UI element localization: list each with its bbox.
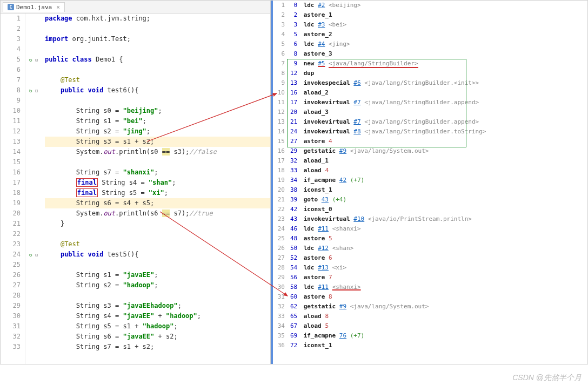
- code-line[interactable]: @Test: [45, 239, 270, 249]
- bytecode-line[interactable]: 32 aload_1: [290, 156, 587, 166]
- code-line[interactable]: String s3 = s1 + s2;: [45, 137, 270, 147]
- file-tab[interactable]: Demo1.java ×: [3, 2, 65, 12]
- source-panel: Demo1.java × 123456789101112131415161718…: [1, 1, 271, 364]
- bytecode-line-gutter: 1234567891011121314151617181920212223242…: [273, 1, 288, 364]
- code-line[interactable]: String s4 = "javaEE" + "hadoop";: [45, 311, 270, 321]
- bytecode-line[interactable]: 24 invokevirtual #8 <java/lang/StringBui…: [290, 127, 587, 137]
- bytecode-line[interactable]: 33 aload 4: [290, 166, 587, 175]
- code-line[interactable]: String s6 = "javaEE" + s2;: [45, 332, 270, 342]
- code-line[interactable]: final String s4 = "shan";: [45, 178, 270, 188]
- bytecode-line[interactable]: 60 astore 8: [290, 292, 587, 302]
- code-line[interactable]: [45, 96, 270, 106]
- bytecode-line[interactable]: 2 astore_1: [290, 10, 587, 20]
- code-line[interactable]: @Test: [45, 75, 270, 85]
- bytecode-line[interactable]: 58 ldc #11 <shanxi>: [290, 282, 587, 292]
- bytecode-line[interactable]: 50 ldc #12 <shan>: [290, 244, 587, 253]
- source-code-area[interactable]: package com.hxt.jvm.string;import org.ju…: [42, 13, 270, 364]
- bytecode-line[interactable]: 6 ldc #4 <jing>: [290, 39, 587, 49]
- bytecode-line[interactable]: 3 ldc #3 <bei>: [290, 20, 587, 30]
- code-line[interactable]: [45, 65, 270, 75]
- bytecode-line[interactable]: 8 astore_3: [290, 49, 587, 59]
- code-line[interactable]: String s7 = s1 + s2;: [45, 342, 270, 352]
- code-line[interactable]: String s2 = "jing";: [45, 126, 270, 137]
- gutter-markers: ↻ ⊟↻ ⊟↻ ⊟: [25, 13, 42, 364]
- bytecode-line[interactable]: 13 invokespecial #6 <java/lang/StringBui…: [290, 78, 587, 88]
- code-line[interactable]: [45, 24, 270, 34]
- bytecode-viewer[interactable]: 1234567891011121314151617181920212223242…: [271, 1, 587, 364]
- code-line[interactable]: final String s5 = "xi";: [45, 188, 270, 198]
- code-line[interactable]: String s3 = "javaEEhadoop";: [45, 301, 270, 311]
- bytecode-panel: 1234567891011121314151617181920212223242…: [271, 1, 587, 364]
- bytecode-line[interactable]: 38 iconst_1: [290, 185, 587, 195]
- bytecode-line[interactable]: 5 astore_2: [290, 30, 587, 39]
- bytecode-line[interactable]: 43 invokevirtual #10 <java/io/PrintStrea…: [290, 214, 587, 224]
- bytecode-line[interactable]: 9 new #5 <java/lang/StringBuilder>: [290, 59, 587, 69]
- code-line[interactable]: package com.hxt.jvm.string;: [45, 13, 270, 24]
- bytecode-line[interactable]: 17 invokevirtual #7 <java/lang/StringBui…: [290, 98, 587, 107]
- close-icon[interactable]: ×: [56, 4, 60, 11]
- bytecode-line[interactable]: 56 astore 7: [290, 273, 587, 282]
- source-editor[interactable]: 1234567891011121314151617181920212223242…: [1, 13, 270, 364]
- bytecode-line[interactable]: 69 if_acmpne 76 (+7): [290, 331, 587, 341]
- bytecode-line[interactable]: 20 aload_3: [290, 107, 587, 117]
- code-line[interactable]: public void test5(){: [45, 249, 270, 260]
- code-line[interactable]: System.out.println(s0 == s3);//false: [45, 147, 270, 157]
- code-line[interactable]: String s1 = "bei";: [45, 116, 270, 126]
- code-line[interactable]: [45, 260, 270, 270]
- code-line[interactable]: [45, 157, 270, 167]
- code-line[interactable]: [45, 44, 270, 55]
- code-line[interactable]: import org.junit.Test;: [45, 34, 270, 44]
- bytecode-line[interactable]: 34 if_acmpne 42 (+7): [290, 175, 587, 185]
- fold-icon[interactable]: ⊟: [32, 88, 38, 93]
- code-line[interactable]: public class Demo1 {: [45, 55, 270, 65]
- bytecode-line[interactable]: 72 iconst_1: [290, 341, 587, 350]
- java-class-icon: [8, 4, 14, 10]
- bytecode-line[interactable]: 62 getstatic #9 <java/lang/System.out>: [290, 302, 587, 312]
- tab-filename: Demo1.java: [16, 4, 52, 11]
- bytecode-area[interactable]: 0 ldc #2 <beijing> 2 astore_1 3 ldc #3 <…: [288, 1, 587, 364]
- code-line[interactable]: [45, 291, 270, 301]
- code-line[interactable]: String s5 = s1 + "hadoop";: [45, 321, 270, 332]
- ide-container: Demo1.java × 123456789101112131415161718…: [0, 0, 588, 364]
- code-line[interactable]: String s6 = s4 + s5;: [45, 198, 270, 208]
- bytecode-line[interactable]: 39 goto 43 (+4): [290, 195, 587, 205]
- bytecode-line[interactable]: 42 iconst_0: [290, 205, 587, 214]
- bytecode-line[interactable]: 46 ldc #11 <shanxi>: [290, 224, 587, 234]
- bytecode-line[interactable]: 21 invokevirtual #7 <java/lang/StringBui…: [290, 117, 587, 127]
- code-line[interactable]: public void test6(){: [45, 85, 270, 96]
- code-line[interactable]: String s1 = "javaEE";: [45, 270, 270, 280]
- bytecode-line[interactable]: 16 aload_2: [290, 88, 587, 98]
- code-line[interactable]: String s7 = "shanxi";: [45, 167, 270, 178]
- fold-icon[interactable]: ⊟: [32, 57, 38, 63]
- bytecode-line[interactable]: 27 astore 4: [290, 137, 587, 146]
- code-line[interactable]: String s2 = "hadoop";: [45, 280, 270, 291]
- bytecode-line[interactable]: 0 ldc #2 <beijing>: [290, 1, 587, 10]
- code-line[interactable]: String s0 = "beijing";: [45, 106, 270, 116]
- code-line[interactable]: [45, 229, 270, 239]
- line-number-gutter: 1234567891011121314151617181920212223242…: [1, 13, 25, 364]
- bytecode-line[interactable]: 52 astore 6: [290, 253, 587, 263]
- bytecode-line[interactable]: 65 aload 8: [290, 312, 587, 321]
- bytecode-line[interactable]: 12 dup: [290, 69, 587, 78]
- editor-tab-bar: Demo1.java ×: [1, 1, 270, 13]
- bytecode-line[interactable]: 54 ldc #13 <xi>: [290, 263, 587, 273]
- bytecode-line[interactable]: 67 aload 5: [290, 321, 587, 331]
- fold-icon[interactable]: ⊟: [32, 252, 38, 258]
- bytecode-line[interactable]: 48 astore 5: [290, 234, 587, 244]
- code-line[interactable]: System.out.println(s6 == s7);//true: [45, 208, 270, 219]
- code-line[interactable]: }: [45, 219, 270, 229]
- bytecode-line[interactable]: 29 getstatic #9 <java/lang/System.out>: [290, 146, 587, 156]
- watermark: CSDN @先熬半个月: [512, 373, 582, 383]
